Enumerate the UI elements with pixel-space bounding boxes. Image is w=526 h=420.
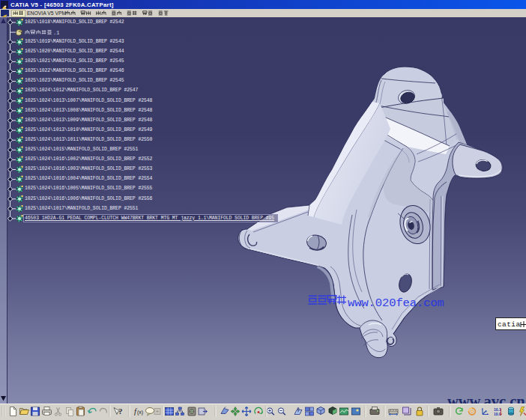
- svg-text:?: ?: [118, 407, 123, 416]
- svg-text:(x): (x): [137, 410, 143, 416]
